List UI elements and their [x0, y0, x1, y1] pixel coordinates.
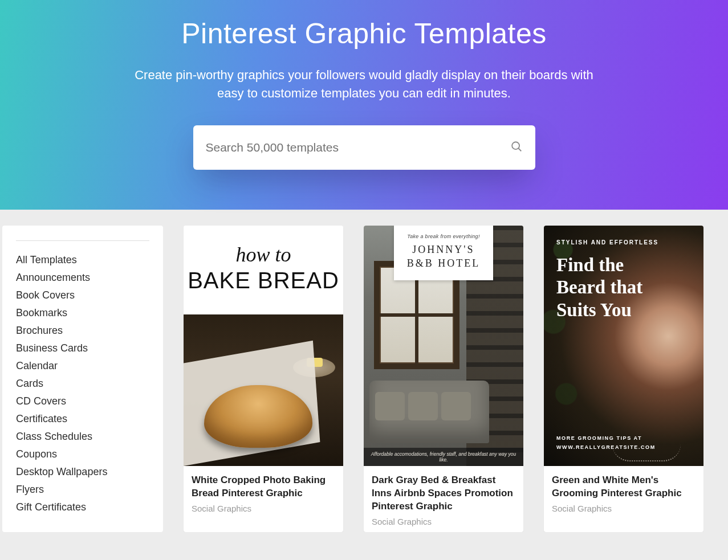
sidebar-divider — [16, 240, 149, 241]
search-input[interactable] — [206, 141, 510, 154]
template-card[interactable]: how to BAKE BREAD White Cropped Photo Ba… — [184, 226, 343, 532]
sidebar-item-brochures[interactable]: Brochures — [16, 322, 149, 340]
thumb-name-line1: JOHNNY'S — [412, 244, 474, 255]
thumb-headline: Find the Beard that Suits You — [556, 254, 665, 322]
category-sidebar: All Templates Announcements Book Covers … — [2, 226, 163, 532]
sidebar-item-bookmarks[interactable]: Bookmarks — [16, 304, 149, 322]
sidebar-item-cd-covers[interactable]: CD Covers — [16, 393, 149, 410]
sidebar-item-calendar[interactable]: Calendar — [16, 357, 149, 375]
sidebar-item-coupons[interactable]: Coupons — [16, 445, 149, 463]
thumb-tagline: Take a break from everything! — [397, 234, 490, 239]
search-icon[interactable] — [510, 140, 523, 155]
sidebar-item-gift-certificates[interactable]: Gift Certificates — [16, 498, 149, 516]
sidebar-item-announcements[interactable]: Announcements — [16, 269, 149, 287]
template-title: White Cropped Photo Baking Bread Pintere… — [192, 474, 335, 500]
svg-line-1 — [518, 148, 521, 151]
sidebar-item-flyers[interactable]: Flyers — [16, 481, 149, 498]
sidebar-item-certificates[interactable]: Certificates — [16, 410, 149, 428]
page-title: Pinterest Graphic Templates — [11, 17, 717, 50]
template-thumbnail: STYLISH AND EFFORTLESS Find the Beard th… — [544, 226, 703, 466]
template-card[interactable]: STYLISH AND EFFORTLESS Find the Beard th… — [544, 226, 703, 532]
template-category: Social Graphics — [372, 517, 515, 526]
sidebar-item-cards[interactable]: Cards — [16, 375, 149, 393]
template-category: Social Graphics — [552, 504, 696, 513]
category-list: All Templates Announcements Book Covers … — [16, 251, 149, 516]
page-subtitle: Create pin-worthy graphics your follower… — [131, 66, 598, 103]
template-title: Dark Gray Bed & Breakfast Inns Airbnb Sp… — [372, 474, 515, 513]
thumb-footer-text: Affordable accomodations, friendly staff… — [364, 448, 523, 466]
hero-banner: Pinterest Graphic Templates Create pin-w… — [0, 0, 728, 210]
sidebar-item-desktop-wallpapers[interactable]: Desktop Wallpapers — [16, 463, 149, 481]
template-category: Social Graphics — [192, 504, 335, 513]
search-box[interactable] — [193, 125, 535, 170]
template-card[interactable]: Take a break from everything! JOHNNY'S B… — [364, 226, 523, 532]
thumb-name-line2: B&B HOTEL — [407, 257, 481, 269]
template-title: Green and White Men's Grooming Pinterest… — [552, 474, 696, 500]
thumb-footer-line1: MORE GROOMING TIPS AT — [556, 435, 642, 441]
sidebar-item-book-covers[interactable]: Book Covers — [16, 287, 149, 304]
content-area: All Templates Announcements Book Covers … — [0, 210, 728, 532]
thumb-text-line2: BAKE BREAD — [184, 268, 343, 293]
thumb-text-line1: how to — [184, 243, 343, 267]
sidebar-item-business-cards[interactable]: Business Cards — [16, 340, 149, 357]
sidebar-item-all-templates[interactable]: All Templates — [16, 251, 149, 269]
template-grid: how to BAKE BREAD White Cropped Photo Ba… — [184, 226, 728, 532]
sidebar-item-class-schedules[interactable]: Class Schedules — [16, 428, 149, 445]
template-thumbnail: how to BAKE BREAD — [184, 226, 343, 466]
template-thumbnail: Take a break from everything! JOHNNY'S B… — [364, 226, 523, 466]
thumb-overline: STYLISH AND EFFORTLESS — [556, 239, 658, 246]
svg-point-0 — [512, 142, 519, 149]
